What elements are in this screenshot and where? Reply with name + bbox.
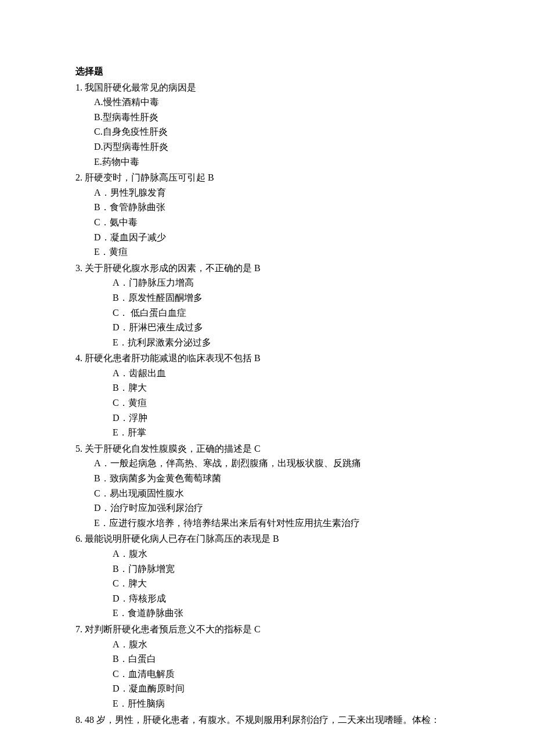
question: 4. 肝硬化患者肝功能减退的临床表现不包括 BA．齿龈出血B．脾大C．黄疸D．浮… — [75, 351, 459, 440]
options-list: A．门静脉压力增高B．原发性醛固酮增多C． 低白蛋白血症D．肝淋巴液生成过多E．… — [75, 275, 459, 350]
question-number: 6. — [75, 534, 82, 543]
questions-list: 1. 我国肝硬化最常见的病因是A.慢性酒精中毒B.型病毒性肝炎C.自身免疫性肝炎… — [75, 80, 459, 728]
question-stem: 最能说明肝硬化病人已存在门脉高压的表现是 B — [85, 534, 279, 543]
option: D．肝淋巴液生成过多 — [113, 320, 459, 335]
option: E．食道静脉曲张 — [113, 606, 459, 621]
options-list: A．一般起病急，伴高热、寒战，剧烈腹痛，出现板状腹、反跳痛B．致病菌多为金黄色葡… — [75, 456, 459, 530]
option: C．易出现顽固性腹水 — [94, 486, 459, 501]
question: 3. 关于肝硬化腹水形成的因素，不正确的是 BA．门静脉压力增高B．原发性醛固酮… — [75, 261, 459, 350]
option: C． 低白蛋白血症 — [113, 305, 459, 321]
option: D．痔核形成 — [113, 591, 459, 606]
option: C.自身免疫性肝炎 — [94, 124, 459, 139]
option: B．白蛋白 — [113, 651, 459, 667]
option: B．门静脉增宽 — [113, 561, 459, 577]
option: A．腹水 — [113, 546, 459, 561]
options-list: A．腹水B．门静脉增宽C．脾大D．痔核形成E．食道静脉曲张 — [75, 546, 459, 621]
option: B．原发性醛固酮增多 — [113, 290, 459, 305]
option: D．治疗时应加强利尿治疗 — [94, 501, 459, 516]
option: D．浮肿 — [113, 411, 459, 426]
question: 6. 最能说明肝硬化病人已存在门脉高压的表现是 BA．腹水B．门静脉增宽C．脾大… — [75, 531, 459, 621]
option: A．齿龈出血 — [113, 366, 459, 381]
question-stem: 肝硬化患者肝功能减退的临床表现不包括 B — [85, 353, 261, 363]
question-number: 2. — [75, 172, 82, 182]
option: D．凝血酶原时间 — [113, 681, 459, 696]
option: B．食管静脉曲张 — [94, 200, 459, 215]
question-stem: 关于肝硬化自发性腹膜炎，正确的描述是 C — [85, 444, 261, 453]
question-stem: 肝硬变时，门静脉高压可引起 B — [85, 172, 214, 182]
option: E.药物中毒 — [94, 154, 459, 170]
question-stem: 关于肝硬化腹水形成的因素，不正确的是 B — [85, 263, 261, 273]
document-page: 选择题 1. 我国肝硬化最常见的病因是A.慢性酒精中毒B.型病毒性肝炎C.自身免… — [0, 0, 534, 756]
question-number: 4. — [75, 353, 82, 363]
options-list: A．腹水B．白蛋白C．血清电解质D．凝血酶原时间E．肝性脑病 — [75, 637, 459, 711]
option: D.丙型病毒性肝炎 — [94, 139, 459, 154]
question: 5. 关于肝硬化自发性腹膜炎，正确的描述是 CA．一般起病急，伴高热、寒战，剧烈… — [75, 441, 459, 531]
option: D．凝血因子减少 — [94, 230, 459, 245]
option: E．肝掌 — [113, 425, 459, 440]
question-number: 1. — [75, 82, 82, 92]
option: C．黄疸 — [113, 395, 459, 411]
question: 1. 我国肝硬化最常见的病因是A.慢性酒精中毒B.型病毒性肝炎C.自身免疫性肝炎… — [75, 80, 459, 170]
option: C．氨中毒 — [94, 215, 459, 230]
question-number: 7. — [75, 624, 82, 634]
option: A．男性乳腺发育 — [94, 185, 459, 200]
option: E．应进行腹水培养，待培养结果出来后有针对性应用抗生素治疗 — [94, 516, 459, 531]
option: C．血清电解质 — [113, 667, 459, 682]
option: E．抗利尿激素分泌过多 — [113, 335, 459, 350]
question: 7. 对判断肝硬化患者预后意义不大的指标是 CA．腹水B．白蛋白C．血清电解质D… — [75, 622, 459, 711]
question: 2. 肝硬变时，门静脉高压可引起 BA．男性乳腺发育B．食管静脉曲张C．氨中毒D… — [75, 170, 459, 260]
section-title: 选择题 — [75, 64, 459, 79]
option: A．一般起病急，伴高热、寒战，剧烈腹痛，出现板状腹、反跳痛 — [94, 456, 459, 471]
option: B．致病菌多为金黄色葡萄球菌 — [94, 471, 459, 486]
options-list: A．齿龈出血B．脾大C．黄疸D．浮肿E．肝掌 — [75, 366, 459, 440]
option: E．肝性脑病 — [113, 696, 459, 711]
option: E．黄疸 — [94, 244, 459, 260]
question-number: 8. — [75, 715, 82, 725]
option: A．腹水 — [113, 637, 459, 652]
question: 8. 48 岁，男性，肝硬化患者，有腹水。不规则服用利尿剂治疗，二天来出现嗜睡。… — [75, 712, 459, 728]
options-list: A．男性乳腺发育B．食管静脉曲张C．氨中毒D．凝血因子减少E．黄疸 — [75, 185, 459, 260]
option: B.型病毒性肝炎 — [94, 110, 459, 125]
question-stem: 48 岁，男性，肝硬化患者，有腹水。不规则服用利尿剂治疗，二天来出现嗜睡。体检： — [85, 715, 440, 725]
option: A.慢性酒精中毒 — [94, 95, 459, 110]
option: B．脾大 — [113, 380, 459, 395]
options-list: A.慢性酒精中毒B.型病毒性肝炎C.自身免疫性肝炎D.丙型病毒性肝炎E.药物中毒 — [75, 95, 459, 169]
question-number: 5. — [75, 444, 82, 453]
question-number: 3. — [75, 263, 82, 273]
question-stem: 我国肝硬化最常见的病因是 — [85, 82, 196, 92]
option: A．门静脉压力增高 — [113, 275, 459, 290]
option: C．脾大 — [113, 576, 459, 591]
question-stem: 对判断肝硬化患者预后意义不大的指标是 C — [85, 624, 261, 634]
